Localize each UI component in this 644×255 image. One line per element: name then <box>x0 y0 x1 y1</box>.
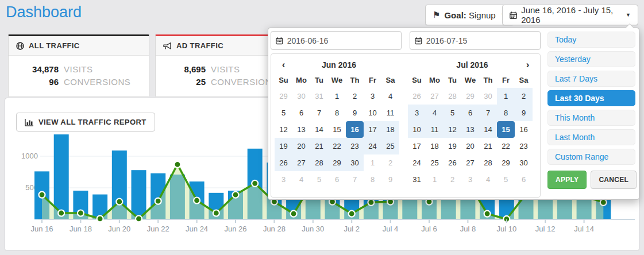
day-cell[interactable]: 8 <box>328 105 346 121</box>
day-cell[interactable]: 2 <box>381 154 399 171</box>
day-cell[interactable]: 31 <box>310 88 328 105</box>
goal-selector-button[interactable]: ⚑ Goal: Signup ▼ <box>425 5 514 25</box>
day-cell[interactable]: 4 <box>292 171 310 188</box>
day-cell[interactable]: 29 <box>461 88 479 105</box>
range-option-this-month[interactable]: This Month <box>547 110 635 126</box>
day-cell[interactable]: 31 <box>408 171 426 188</box>
day-cell[interactable]: 11 <box>426 121 444 138</box>
day-cell[interactable]: 16 <box>515 121 533 138</box>
day-cell[interactable]: 27 <box>461 154 479 171</box>
day-cell[interactable]: 16 <box>346 121 364 138</box>
view-all-traffic-report-button[interactable]: VIEW ALL TRAFFIC REPORT <box>16 113 155 132</box>
day-cell[interactable]: 11 <box>381 105 399 121</box>
day-cell[interactable]: 3 <box>275 171 292 188</box>
day-cell[interactable]: 15 <box>328 121 346 138</box>
range-option-custom-range[interactable]: Custom Range <box>547 149 635 165</box>
date-range-button[interactable]: June 16, 2016 - July 15, 2016 ▼ <box>502 5 638 25</box>
day-cell[interactable]: 3 <box>364 88 381 105</box>
day-cell[interactable]: 22 <box>497 138 515 154</box>
end-date-input[interactable] <box>426 36 535 45</box>
day-cell[interactable]: 26 <box>275 154 292 171</box>
range-option-yesterday[interactable]: Yesterday <box>547 51 635 67</box>
day-cell[interactable]: 2 <box>346 88 364 105</box>
day-cell[interactable]: 13 <box>461 121 479 138</box>
range-option-last-7-days[interactable]: Last 7 Days <box>547 71 635 87</box>
day-cell[interactable]: 14 <box>310 121 328 138</box>
day-cell[interactable]: 17 <box>364 121 381 138</box>
day-cell[interactable]: 3 <box>408 105 426 121</box>
day-cell[interactable]: 12 <box>275 121 292 138</box>
cancel-button[interactable]: CANCEL <box>591 171 637 189</box>
day-cell[interactable]: 28 <box>310 154 328 171</box>
day-cell[interactable]: 10 <box>364 105 381 121</box>
day-cell[interactable]: 19 <box>275 138 292 154</box>
day-cell[interactable]: 10 <box>408 121 426 138</box>
day-cell[interactable]: 5 <box>310 171 328 188</box>
day-cell[interactable]: 7 <box>310 105 328 121</box>
range-option-last-30-days[interactable]: Last 30 Days <box>547 90 635 106</box>
day-cell[interactable]: 21 <box>310 138 328 154</box>
day-cell[interactable]: 15 <box>497 121 515 138</box>
day-cell[interactable]: 30 <box>515 154 533 171</box>
day-cell[interactable]: 28 <box>479 154 497 171</box>
day-cell[interactable]: 23 <box>346 138 364 154</box>
range-option-last-month[interactable]: Last Month <box>547 129 635 145</box>
day-cell[interactable]: 28 <box>444 88 461 105</box>
day-cell[interactable]: 25 <box>381 138 399 154</box>
chevron-left-icon[interactable]: ‹ <box>275 59 292 71</box>
day-cell[interactable]: 26 <box>444 154 461 171</box>
day-cell[interactable]: 25 <box>426 154 444 171</box>
start-date-input[interactable] <box>287 36 396 45</box>
day-cell[interactable]: 30 <box>346 154 364 171</box>
day-cell[interactable]: 27 <box>292 154 310 171</box>
day-cell[interactable]: 22 <box>328 138 346 154</box>
day-cell[interactable]: 20 <box>461 138 479 154</box>
day-cell[interactable]: 2 <box>515 88 533 105</box>
day-cell[interactable]: 9 <box>515 105 533 121</box>
day-cell[interactable]: 18 <box>381 121 399 138</box>
day-cell[interactable]: 5 <box>444 105 461 121</box>
day-cell[interactable]: 7 <box>479 105 497 121</box>
day-cell[interactable]: 5 <box>497 171 515 188</box>
day-cell[interactable]: 29 <box>328 154 346 171</box>
day-cell[interactable]: 4 <box>479 171 497 188</box>
day-cell[interactable]: 21 <box>479 138 497 154</box>
day-cell[interactable]: 4 <box>381 88 399 105</box>
day-cell[interactable]: 1 <box>364 154 381 171</box>
day-cell[interactable]: 8 <box>364 171 381 188</box>
day-cell[interactable]: 1 <box>328 88 346 105</box>
day-cell[interactable]: 9 <box>381 171 399 188</box>
day-cell[interactable]: 6 <box>461 105 479 121</box>
day-cell[interactable]: 17 <box>408 138 426 154</box>
day-cell[interactable]: 2 <box>444 171 461 188</box>
day-cell[interactable]: 30 <box>479 88 497 105</box>
day-cell[interactable]: 8 <box>497 105 515 121</box>
day-cell[interactable]: 6 <box>515 171 533 188</box>
day-cell[interactable]: 13 <box>292 121 310 138</box>
day-cell[interactable]: 26 <box>408 88 426 105</box>
day-cell[interactable]: 29 <box>497 154 515 171</box>
day-cell[interactable]: 18 <box>426 138 444 154</box>
day-cell[interactable]: 7 <box>346 171 364 188</box>
day-cell[interactable]: 12 <box>444 121 461 138</box>
range-option-today[interactable]: Today <box>547 32 635 48</box>
day-cell[interactable]: 29 <box>275 88 292 105</box>
day-cell[interactable]: 14 <box>479 121 497 138</box>
day-cell[interactable]: 1 <box>426 171 444 188</box>
day-cell[interactable]: 5 <box>275 105 292 121</box>
day-cell[interactable]: 24 <box>408 154 426 171</box>
day-cell[interactable]: 1 <box>497 88 515 105</box>
day-cell[interactable]: 24 <box>364 138 381 154</box>
chevron-right-icon[interactable]: › <box>519 59 537 71</box>
day-cell[interactable]: 23 <box>515 138 533 154</box>
day-cell[interactable]: 20 <box>292 138 310 154</box>
day-cell[interactable]: 30 <box>292 88 310 105</box>
day-cell[interactable]: 9 <box>346 105 364 121</box>
day-cell[interactable]: 19 <box>444 138 461 154</box>
day-cell[interactable]: 3 <box>461 171 479 188</box>
day-cell[interactable]: 6 <box>328 171 346 188</box>
apply-button[interactable]: APPLY <box>547 171 587 189</box>
day-cell[interactable]: 6 <box>292 105 310 121</box>
day-cell[interactable]: 4 <box>426 105 444 121</box>
day-cell[interactable]: 27 <box>426 88 444 105</box>
